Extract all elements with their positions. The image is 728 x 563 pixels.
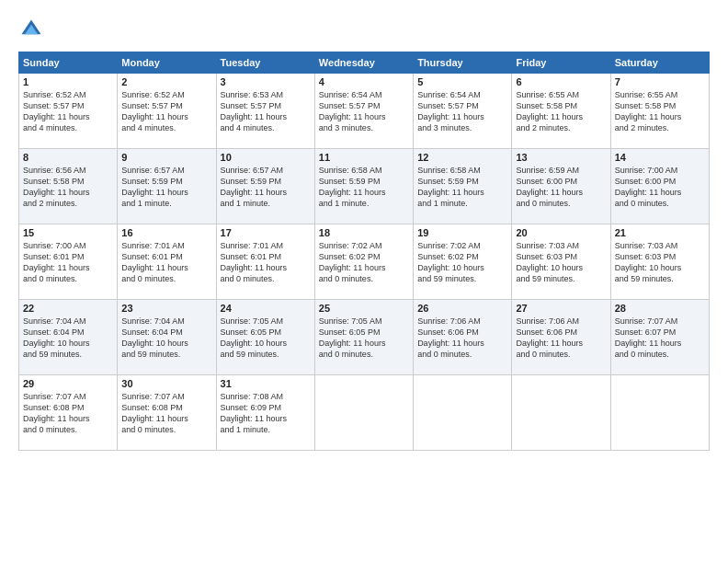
day-number: 26 [417, 303, 507, 314]
day-number: 12 [417, 152, 507, 163]
day-info: Sunrise: 7:05 AMSunset: 6:05 PMDaylight:… [221, 316, 311, 361]
calendar-cell: 7Sunrise: 6:55 AMSunset: 5:58 PMDaylight… [610, 74, 709, 149]
page-header [18, 17, 710, 42]
calendar: SundayMondayTuesdayWednesdayThursdayFrid… [18, 52, 710, 451]
day-number: 23 [121, 303, 211, 314]
day-number: 1 [23, 76, 113, 87]
calendar-cell: 12Sunrise: 6:58 AMSunset: 5:59 PMDayligh… [414, 149, 512, 224]
day-number: 2 [121, 76, 211, 87]
day-info: Sunrise: 6:53 AMSunset: 5:57 PMDaylight:… [221, 89, 311, 134]
day-info: Sunrise: 7:08 AMSunset: 6:09 PMDaylight:… [221, 391, 311, 436]
day-number: 16 [121, 227, 211, 238]
calendar-cell: 27Sunrise: 7:06 AMSunset: 6:06 PMDayligh… [512, 300, 610, 375]
day-number: 20 [516, 227, 606, 238]
day-info: Sunrise: 7:03 AMSunset: 6:03 PMDaylight:… [516, 240, 606, 285]
day-number: 19 [417, 227, 507, 238]
calendar-cell: 10Sunrise: 6:57 AMSunset: 5:59 PMDayligh… [216, 149, 314, 224]
calendar-cell: 29Sunrise: 7:07 AMSunset: 6:08 PMDayligh… [19, 375, 118, 451]
day-number: 29 [23, 378, 113, 389]
calendar-cell [314, 375, 413, 451]
calendar-cell: 13Sunrise: 6:59 AMSunset: 6:00 PMDayligh… [512, 149, 610, 224]
day-info: Sunrise: 7:06 AMSunset: 6:06 PMDaylight:… [516, 316, 606, 361]
day-info: Sunrise: 6:52 AMSunset: 5:57 PMDaylight:… [121, 89, 211, 134]
calendar-cell [512, 375, 610, 451]
calendar-cell: 8Sunrise: 6:56 AMSunset: 5:58 PMDaylight… [19, 149, 118, 224]
calendar-cell: 14Sunrise: 7:00 AMSunset: 6:00 PMDayligh… [610, 149, 709, 224]
day-number: 7 [615, 76, 705, 87]
day-number: 5 [417, 76, 507, 87]
day-info: Sunrise: 6:54 AMSunset: 5:57 PMDaylight:… [417, 89, 507, 134]
day-info: Sunrise: 7:07 AMSunset: 6:08 PMDaylight:… [121, 391, 211, 436]
calendar-cell: 9Sunrise: 6:57 AMSunset: 5:59 PMDaylight… [118, 149, 216, 224]
day-info: Sunrise: 6:58 AMSunset: 5:59 PMDaylight:… [319, 165, 409, 210]
day-info: Sunrise: 7:07 AMSunset: 6:07 PMDaylight:… [615, 316, 705, 361]
day-info: Sunrise: 6:54 AMSunset: 5:57 PMDaylight:… [319, 89, 409, 134]
day-number: 28 [615, 303, 705, 314]
logo [18, 17, 48, 42]
calendar-cell: 22Sunrise: 7:04 AMSunset: 6:04 PMDayligh… [19, 300, 118, 375]
day-info: Sunrise: 6:59 AMSunset: 6:00 PMDaylight:… [516, 165, 606, 210]
day-number: 3 [221, 76, 311, 87]
day-info: Sunrise: 6:58 AMSunset: 5:59 PMDaylight:… [417, 165, 507, 210]
day-number: 13 [516, 152, 606, 163]
calendar-cell: 5Sunrise: 6:54 AMSunset: 5:57 PMDaylight… [414, 74, 512, 149]
weekday-wednesday: Wednesday [314, 52, 413, 74]
calendar-cell [414, 375, 512, 451]
day-info: Sunrise: 7:05 AMSunset: 6:05 PMDaylight:… [319, 316, 409, 361]
day-number: 8 [23, 152, 113, 163]
weekday-sunday: Sunday [19, 52, 118, 74]
calendar-cell: 6Sunrise: 6:55 AMSunset: 5:58 PMDaylight… [512, 74, 610, 149]
calendar-cell: 21Sunrise: 7:03 AMSunset: 6:03 PMDayligh… [610, 224, 709, 300]
calendar-cell: 20Sunrise: 7:03 AMSunset: 6:03 PMDayligh… [512, 224, 610, 300]
calendar-cell: 25Sunrise: 7:05 AMSunset: 6:05 PMDayligh… [314, 300, 413, 375]
day-info: Sunrise: 7:07 AMSunset: 6:08 PMDaylight:… [23, 391, 113, 436]
day-info: Sunrise: 6:56 AMSunset: 5:58 PMDaylight:… [23, 165, 113, 210]
calendar-cell: 19Sunrise: 7:02 AMSunset: 6:02 PMDayligh… [414, 224, 512, 300]
calendar-cell: 17Sunrise: 7:01 AMSunset: 6:01 PMDayligh… [216, 224, 314, 300]
day-number: 22 [23, 303, 113, 314]
day-number: 21 [615, 227, 705, 238]
calendar-cell: 11Sunrise: 6:58 AMSunset: 5:59 PMDayligh… [314, 149, 413, 224]
weekday-thursday: Thursday [414, 52, 512, 74]
day-info: Sunrise: 7:01 AMSunset: 6:01 PMDaylight:… [121, 240, 211, 285]
day-number: 15 [23, 227, 113, 238]
day-info: Sunrise: 7:02 AMSunset: 6:02 PMDaylight:… [319, 240, 409, 285]
day-number: 11 [319, 152, 409, 163]
day-info: Sunrise: 7:00 AMSunset: 6:01 PMDaylight:… [23, 240, 113, 285]
day-number: 30 [121, 378, 211, 389]
calendar-cell: 2Sunrise: 6:52 AMSunset: 5:57 PMDaylight… [118, 74, 216, 149]
calendar-cell: 23Sunrise: 7:04 AMSunset: 6:04 PMDayligh… [118, 300, 216, 375]
day-number: 10 [221, 152, 311, 163]
weekday-monday: Monday [118, 52, 216, 74]
day-info: Sunrise: 7:00 AMSunset: 6:00 PMDaylight:… [615, 165, 705, 210]
calendar-cell: 15Sunrise: 7:00 AMSunset: 6:01 PMDayligh… [19, 224, 118, 300]
day-info: Sunrise: 7:01 AMSunset: 6:01 PMDaylight:… [221, 240, 311, 285]
calendar-cell: 26Sunrise: 7:06 AMSunset: 6:06 PMDayligh… [414, 300, 512, 375]
day-info: Sunrise: 7:04 AMSunset: 6:04 PMDaylight:… [23, 316, 113, 361]
day-number: 17 [221, 227, 311, 238]
day-number: 31 [221, 378, 311, 389]
weekday-friday: Friday [512, 52, 610, 74]
calendar-cell: 24Sunrise: 7:05 AMSunset: 6:05 PMDayligh… [216, 300, 314, 375]
day-info: Sunrise: 6:57 AMSunset: 5:59 PMDaylight:… [221, 165, 311, 210]
day-info: Sunrise: 6:55 AMSunset: 5:58 PMDaylight:… [615, 89, 705, 134]
day-info: Sunrise: 7:02 AMSunset: 6:02 PMDaylight:… [417, 240, 507, 285]
day-number: 27 [516, 303, 606, 314]
day-number: 4 [319, 76, 409, 87]
calendar-cell [610, 375, 709, 451]
day-number: 14 [615, 152, 705, 163]
day-number: 25 [319, 303, 409, 314]
day-info: Sunrise: 6:57 AMSunset: 5:59 PMDaylight:… [121, 165, 211, 210]
day-info: Sunrise: 6:55 AMSunset: 5:58 PMDaylight:… [516, 89, 606, 134]
calendar-cell: 31Sunrise: 7:08 AMSunset: 6:09 PMDayligh… [216, 375, 314, 451]
calendar-cell: 1Sunrise: 6:52 AMSunset: 5:57 PMDaylight… [19, 74, 118, 149]
day-number: 24 [221, 303, 311, 314]
calendar-cell: 4Sunrise: 6:54 AMSunset: 5:57 PMDaylight… [314, 74, 413, 149]
day-info: Sunrise: 7:03 AMSunset: 6:03 PMDaylight:… [615, 240, 705, 285]
calendar-cell: 30Sunrise: 7:07 AMSunset: 6:08 PMDayligh… [118, 375, 216, 451]
calendar-cell: 3Sunrise: 6:53 AMSunset: 5:57 PMDaylight… [216, 74, 314, 149]
weekday-saturday: Saturday [610, 52, 709, 74]
weekday-tuesday: Tuesday [216, 52, 314, 74]
day-number: 18 [319, 227, 409, 238]
calendar-cell: 16Sunrise: 7:01 AMSunset: 6:01 PMDayligh… [118, 224, 216, 300]
